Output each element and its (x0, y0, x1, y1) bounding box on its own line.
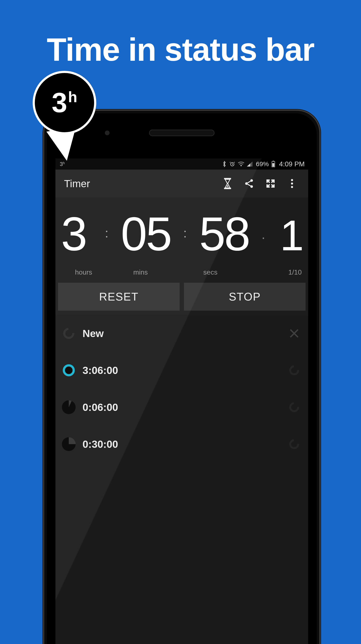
signal-icon (247, 162, 252, 166)
statusbar-timer-unit: h (63, 161, 65, 165)
progress-pie-icon (62, 437, 76, 451)
list-item-label: 3:06:00 (83, 364, 282, 376)
timer-list: New 3:06:00 0:06:00 0:30:00 (56, 315, 308, 644)
list-item-label: 0:06:00 (83, 402, 282, 413)
timer-mins: 05 (114, 210, 178, 258)
app-title: Timer (64, 178, 216, 190)
svg-point-6 (250, 179, 253, 182)
timer-secs: 58 (192, 210, 256, 258)
progress-pie-icon (62, 400, 76, 414)
refresh-icon[interactable] (289, 439, 299, 450)
close-icon[interactable] (289, 328, 299, 339)
timer-tenths: 1 (270, 214, 302, 257)
callout-bubble: 3 h (33, 71, 96, 134)
time-separator: · (261, 230, 265, 245)
refresh-icon (62, 326, 76, 340)
share-icon[interactable] (239, 174, 259, 193)
overflow-menu-icon[interactable] (282, 174, 302, 193)
callout-number: 3 (52, 89, 67, 116)
phone-screen: 3h (56, 158, 308, 644)
label-hours: hours (61, 268, 106, 276)
refresh-icon[interactable] (289, 365, 299, 376)
svg-rect-2 (273, 161, 274, 162)
stop-button[interactable]: STOP (184, 283, 305, 310)
status-bar: 3h (56, 158, 308, 170)
svg-point-9 (291, 179, 293, 181)
active-ring-icon (62, 364, 76, 377)
bluetooth-icon (222, 161, 227, 167)
promo-headline: Time in status bar (0, 31, 361, 68)
actions-row: RESET STOP (56, 279, 308, 315)
svg-rect-3 (272, 163, 274, 167)
time-separator: : (183, 226, 187, 240)
phone-speaker (149, 130, 214, 136)
svg-point-11 (291, 186, 293, 188)
reset-button[interactable]: RESET (58, 283, 180, 310)
svg-point-7 (245, 182, 248, 185)
timer-hours: 3 (61, 210, 100, 258)
phone-camera (105, 130, 110, 135)
fullscreen-icon[interactable] (261, 174, 280, 193)
timer-display: 3 : 05 : 58 · 1 hours mins secs 1/10 (56, 198, 308, 279)
callout-unit: h (68, 90, 77, 104)
time-separator: : (105, 226, 109, 240)
wifi-icon (238, 162, 244, 166)
list-item-label: 0:30:00 (83, 438, 282, 450)
list-item[interactable]: New (56, 315, 308, 352)
battery-icon (271, 161, 275, 167)
app-toolbar: Timer (56, 170, 308, 198)
refresh-icon[interactable] (289, 402, 299, 412)
battery-percent: 69% (256, 160, 269, 168)
statusbar-clock: 4:09 PM (279, 160, 305, 168)
alarm-icon (229, 161, 235, 167)
phone-frame: 3h (43, 110, 321, 644)
hourglass-icon[interactable] (218, 174, 237, 193)
list-item[interactable]: 0:06:00 (56, 389, 308, 426)
label-secs: secs (175, 268, 246, 276)
svg-point-10 (291, 182, 293, 184)
list-item-label: New (83, 328, 282, 340)
list-item[interactable]: 0:30:00 (56, 426, 308, 462)
label-mins: mins (106, 268, 175, 276)
svg-point-8 (250, 185, 253, 188)
label-tenths: 1/10 (246, 268, 302, 276)
list-item[interactable]: 3:06:00 (56, 352, 308, 389)
